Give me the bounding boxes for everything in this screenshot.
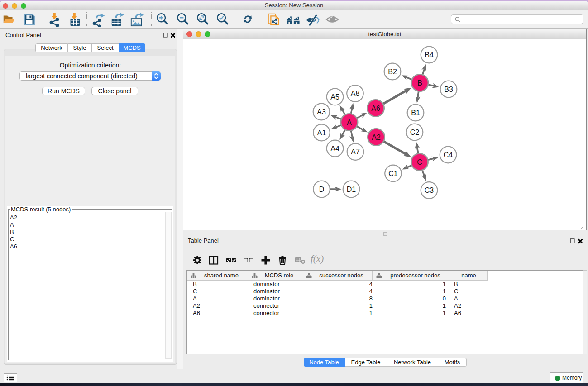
svg-text:D: D [319, 186, 325, 193]
svg-text:D1: D1 [347, 186, 356, 193]
svg-text:A: A [347, 119, 352, 126]
svg-text:C3: C3 [425, 186, 434, 194]
svg-text:A4: A4 [330, 145, 339, 152]
svg-text:A2: A2 [372, 133, 381, 141]
svg-text:B4: B4 [425, 51, 434, 59]
svg-text:A1: A1 [317, 129, 326, 137]
svg-text:B: B [417, 79, 422, 87]
svg-text:C1: C1 [388, 170, 398, 177]
svg-text:A7: A7 [351, 148, 360, 156]
svg-text:C4: C4 [444, 151, 453, 159]
svg-text:C2: C2 [410, 129, 420, 136]
svg-text:C: C [417, 158, 422, 166]
svg-text:A6: A6 [371, 105, 380, 112]
svg-text:A3: A3 [317, 108, 326, 116]
svg-text:B1: B1 [411, 109, 420, 117]
svg-text:B3: B3 [444, 86, 453, 93]
svg-text:B2: B2 [388, 68, 397, 76]
svg-text:A5: A5 [330, 93, 339, 101]
svg-text:A8: A8 [351, 90, 360, 97]
